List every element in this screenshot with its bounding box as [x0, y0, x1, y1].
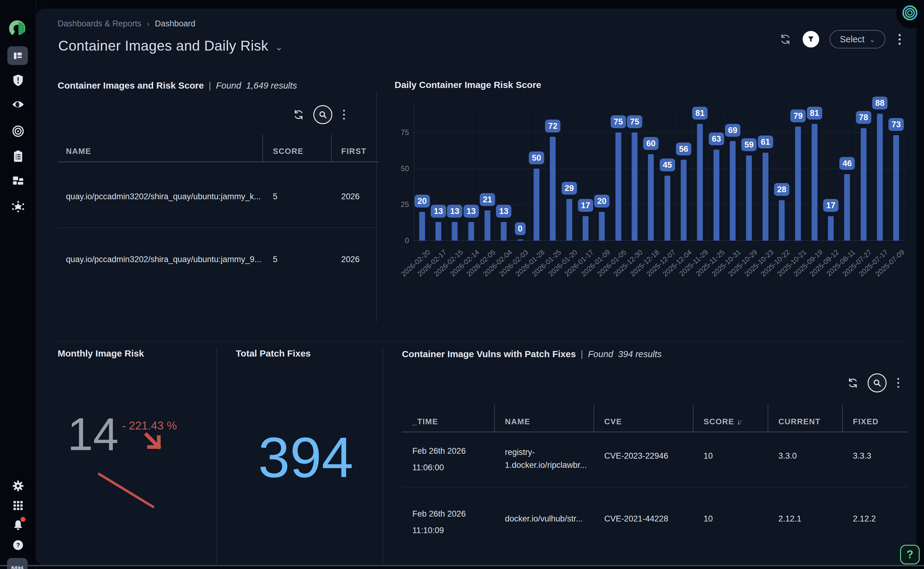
chart-bar-value-badge: 79 [790, 110, 805, 122]
col-header-name[interactable]: NAME [66, 146, 91, 156]
bottom-scroll-track[interactable] [0, 565, 924, 566]
chart-bar[interactable] [664, 176, 670, 241]
assistant-logo-icon[interactable] [900, 3, 920, 23]
chart-bar-value-badge: 13 [447, 205, 462, 218]
sidebar-item-assets[interactable] [0, 175, 36, 186]
table-row-name[interactable]: quay.io/pccadmin3202/shira_quay/ubuntu:j… [66, 255, 262, 264]
sidebar-item-reports[interactable] [0, 150, 36, 163]
chart-bar[interactable] [517, 239, 523, 241]
chart-bar[interactable] [746, 155, 752, 241]
vulns-panel-title: Container Image Vulns with Patch Fixes [402, 349, 576, 359]
chart-bar[interactable] [582, 216, 588, 241]
title-dropdown-chevron-icon[interactable]: ⌄ [275, 42, 283, 52]
chart-bar[interactable] [729, 141, 736, 241]
sidebar-item-apps[interactable] [0, 501, 36, 511]
vulns-search-icon[interactable] [868, 373, 887, 393]
sidebar-item-settings[interactable] [0, 480, 36, 492]
chart-bar[interactable] [812, 124, 817, 241]
sidebar-item-help[interactable]: ? [0, 540, 36, 551]
vulns-table: _TIME NAME CVE SCORE ↓↑ CURRENT FIXED Fe… [401, 402, 907, 566]
images-panel-result-count: Found 1,649 results [216, 81, 297, 91]
col-header-fixed[interactable]: FIXED [853, 417, 878, 426]
table-row-name[interactable]: quay.io/pccadmin3202/shira_quay/ubuntu:j… [66, 192, 262, 201]
chart-bar[interactable] [468, 222, 474, 241]
images-kebab-menu[interactable] [340, 110, 348, 120]
avatar[interactable]: MB [7, 558, 27, 569]
trend-down-arrow-icon [141, 430, 166, 456]
burst-icon [12, 201, 24, 213]
chart-bar-value-badge: 88 [872, 97, 888, 110]
breadcrumb-parent[interactable]: Dashboards & Reports [58, 19, 141, 29]
vuln-row-time[interactable]: Feb 26th 202611:06:00 [412, 444, 466, 474]
sidebar-item-dashboards[interactable] [8, 46, 28, 65]
sidebar-item-notifications[interactable] [0, 519, 36, 531]
chart-bar[interactable] [894, 135, 899, 241]
images-search-icon[interactable] [313, 105, 332, 124]
bell-icon [12, 519, 24, 531]
col-header-first[interactable]: FIRST [341, 146, 367, 156]
chart-bar-value-badge: 29 [562, 182, 577, 195]
table-row-score: 5 [273, 192, 277, 201]
chart-bar[interactable] [566, 199, 572, 241]
vuln-row-name: docker.io/vulhub/str... [505, 514, 594, 523]
help-button[interactable]: ? [900, 545, 920, 564]
chart-bar[interactable] [550, 137, 556, 241]
sidebar: ? MB [0, 0, 36, 569]
y-tick-label: 50 [392, 164, 409, 173]
chart-bar[interactable] [484, 210, 490, 241]
col-header-score[interactable]: SCORE [273, 146, 304, 156]
select-button-label: Select [840, 34, 865, 44]
select-button[interactable]: Select ⌄ [830, 30, 885, 49]
chart-bar[interactable] [419, 212, 425, 241]
app-logo[interactable] [0, 20, 36, 37]
chart-bar[interactable] [697, 124, 703, 241]
sidebar-item-risks[interactable] [0, 74, 36, 87]
col-header-cve[interactable]: CVE [604, 417, 622, 426]
vulns-kebab-menu[interactable] [895, 378, 902, 388]
chart-bar[interactable] [452, 222, 458, 241]
chart-bar[interactable] [648, 154, 654, 241]
filter-button[interactable] [802, 31, 819, 47]
chart-bar[interactable] [844, 174, 850, 241]
chart-bar[interactable] [533, 169, 539, 241]
chart-bar[interactable] [615, 132, 621, 241]
chart-bar-value-badge: 45 [660, 158, 675, 171]
chart-bar[interactable] [713, 150, 719, 241]
vuln-row-time[interactable]: Feb 26th 202611:10:09 [412, 507, 466, 537]
col-header-current[interactable]: CURRENT [778, 417, 821, 426]
chart-bar[interactable] [860, 128, 866, 241]
chart-bar[interactable] [501, 222, 507, 241]
col-header-name[interactable]: NAME [505, 417, 530, 426]
chart-bar[interactable] [435, 222, 441, 241]
breadcrumb-current[interactable]: Dashboard [155, 19, 195, 29]
chart-bar[interactable] [779, 200, 784, 241]
chart-bar-slot: 29 [561, 104, 577, 241]
chart-bar[interactable] [877, 114, 883, 241]
chart-bar-slot: 13 [463, 104, 479, 241]
chart-bar-value-badge: 61 [758, 135, 773, 148]
chart-bar-slot: 81 [806, 104, 822, 241]
dashboard-kebab-menu[interactable] [896, 34, 903, 45]
vulns-refresh-icon[interactable] [846, 376, 860, 389]
chart-bar-value-badge: 17 [578, 199, 593, 212]
chart-bar-slot: 17 [822, 104, 839, 241]
chart-bar[interactable] [681, 160, 686, 241]
chart-bar-slot: 20 [414, 104, 430, 241]
sidebar-item-visibility[interactable] [0, 100, 36, 109]
images-refresh-icon[interactable] [292, 108, 305, 122]
clipboard-list-icon [13, 150, 23, 163]
chart-bar-slot: 63 [708, 104, 725, 241]
col-header-time[interactable]: _TIME [412, 417, 438, 426]
chart-bar[interactable] [828, 216, 834, 241]
vuln-row-fixed: 2.12.2 [853, 514, 876, 523]
sidebar-item-targets[interactable] [0, 125, 36, 137]
chart-bar[interactable] [763, 153, 768, 241]
refresh-dashboard-icon[interactable] [779, 32, 792, 46]
chart-bar-value-badge: 28 [774, 183, 789, 196]
chart-bar[interactable] [632, 132, 637, 241]
col-header-score[interactable]: SCORE ↓↑ [704, 417, 743, 426]
chart-bar-value-badge: 13 [464, 205, 479, 218]
sidebar-item-integrations[interactable] [0, 201, 36, 213]
chart-bar[interactable] [599, 212, 605, 241]
chart-bar[interactable] [795, 126, 801, 241]
